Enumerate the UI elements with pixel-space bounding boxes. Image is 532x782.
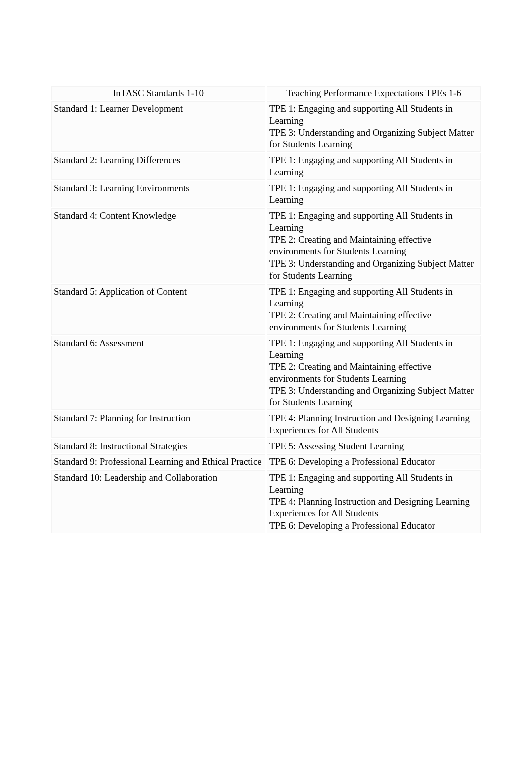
tpe-line: TPE 1: Engaging and supporting All Stude…: [269, 154, 478, 178]
tpe-cell: TPE 4: Planning Instruction and Designin…: [267, 411, 481, 438]
tpe-line: TPE 3: Understanding and Organizing Subj…: [269, 127, 478, 151]
header-tpe: Teaching Performance Expectations TPEs 1…: [267, 86, 481, 100]
table-row: Standard 4: Content KnowledgeTPE 1: Enga…: [51, 208, 481, 283]
tpe-line: TPE 6: Developing a Professional Educato…: [269, 456, 478, 468]
table-row: Standard 1: Learner DevelopmentTPE 1: En…: [51, 101, 481, 152]
standard-cell: Standard 5: Application of Content: [51, 284, 265, 335]
tpe-cell: TPE 1: Engaging and supporting All Stude…: [267, 181, 481, 208]
tpe-line: TPE 2: Creating and Maintaining effectiv…: [269, 309, 478, 333]
tpe-cell: TPE 1: Engaging and supporting All Stude…: [267, 336, 481, 410]
tpe-line: TPE 2: Creating and Maintaining effectiv…: [269, 234, 478, 258]
tpe-cell: TPE 1: Engaging and supporting All Stude…: [267, 208, 481, 283]
tpe-cell: TPE 1: Engaging and supporting All Stude…: [267, 153, 481, 180]
tpe-line: TPE 1: Engaging and supporting All Stude…: [269, 472, 478, 496]
standard-cell: Standard 10: Leadership and Collaboratio…: [51, 470, 265, 533]
table-row: Standard 7: Planning for InstructionTPE …: [51, 411, 481, 438]
tpe-line: TPE 1: Engaging and supporting All Stude…: [269, 182, 478, 206]
standards-table: InTASC Standards 1-10 Teaching Performan…: [50, 85, 482, 534]
standard-cell: Standard 4: Content Knowledge: [51, 208, 265, 283]
standard-cell: Standard 9: Professional Learning and Et…: [51, 454, 265, 469]
tpe-line: TPE 5: Assessing Student Learning: [269, 440, 478, 452]
tpe-line: TPE 6: Developing a Professional Educato…: [269, 519, 478, 532]
table-row: Standard 8: Instructional StrategiesTPE …: [51, 439, 481, 454]
header-intasc: InTASC Standards 1-10: [51, 86, 265, 100]
table-row: Standard 10: Leadership and Collaboratio…: [51, 470, 481, 533]
standard-cell: Standard 2: Learning Differences: [51, 153, 265, 180]
tpe-cell: TPE 6: Developing a Professional Educato…: [267, 454, 481, 469]
tpe-line: TPE 4: Planning Instruction and Designin…: [269, 412, 478, 436]
standard-cell: Standard 6: Assessment: [51, 336, 265, 410]
tpe-cell: TPE 1: Engaging and supporting All Stude…: [267, 284, 481, 335]
table-row: Standard 2: Learning DifferencesTPE 1: E…: [51, 153, 481, 180]
tpe-line: TPE 1: Engaging and supporting All Stude…: [269, 103, 478, 127]
tpe-line: TPE 1: Engaging and supporting All Stude…: [269, 337, 478, 361]
standard-cell: Standard 7: Planning for Instruction: [51, 411, 265, 438]
table-header-row: InTASC Standards 1-10 Teaching Performan…: [51, 86, 481, 100]
standard-cell: Standard 3: Learning Environments: [51, 181, 265, 208]
tpe-cell: TPE 5: Assessing Student Learning: [267, 439, 481, 454]
tpe-cell: TPE 1: Engaging and supporting All Stude…: [267, 470, 481, 533]
tpe-line: TPE 1: Engaging and supporting All Stude…: [269, 210, 478, 234]
table-row: Standard 3: Learning EnvironmentsTPE 1: …: [51, 181, 481, 208]
tpe-line: TPE 1: Engaging and supporting All Stude…: [269, 286, 478, 310]
table-row: Standard 6: AssessmentTPE 1: Engaging an…: [51, 336, 481, 410]
tpe-line: TPE 3: Understanding and Organizing Subj…: [269, 385, 478, 409]
tpe-line: TPE 4: Planning Instruction and Designin…: [269, 496, 478, 520]
document-page: InTASC Standards 1-10 Teaching Performan…: [0, 0, 532, 534]
tpe-cell: TPE 1: Engaging and supporting All Stude…: [267, 101, 481, 152]
standard-cell: Standard 1: Learner Development: [51, 101, 265, 152]
tpe-line: TPE 3: Understanding and Organizing Subj…: [269, 257, 478, 282]
table-row: Standard 9: Professional Learning and Et…: [51, 454, 481, 469]
table-row: Standard 5: Application of ContentTPE 1:…: [51, 284, 481, 335]
standard-cell: Standard 8: Instructional Strategies: [51, 439, 265, 454]
tpe-line: TPE 2: Creating and Maintaining effectiv…: [269, 361, 478, 385]
